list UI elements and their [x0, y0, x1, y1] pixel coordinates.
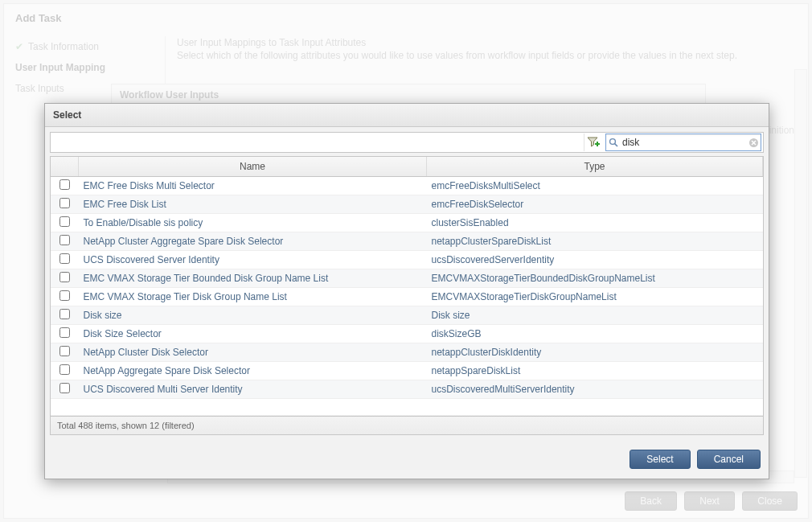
- step-user-input-mapping[interactable]: User Input Mapping: [15, 57, 156, 78]
- row-checkbox-cell: [51, 343, 79, 362]
- table-row[interactable]: EMC Free Disk ListemcFreeDiskSelector: [51, 195, 763, 214]
- step-label: Task Inputs: [15, 83, 64, 94]
- row-name: To Enable/Disable sis policy: [79, 214, 427, 232]
- row-checkbox-cell: [51, 195, 79, 214]
- row-name: EMC VMAX Storage Tier Disk Group Name Li…: [79, 288, 427, 306]
- table-row[interactable]: NetApp Cluster Disk SelectornetappCluste…: [51, 343, 763, 362]
- truncated-text: finition: [766, 125, 794, 136]
- row-type: ucsDiscoveredServerIdentity: [427, 251, 763, 269]
- add-filter-button[interactable]: [584, 134, 602, 151]
- clear-search-button[interactable]: [746, 138, 761, 148]
- row-checkbox-cell: [51, 325, 79, 343]
- table-row[interactable]: NetApp Aggregate Spare Disk Selectorneta…: [51, 362, 763, 380]
- funnel-plus-icon: [587, 136, 600, 149]
- row-type: diskSizeGB: [427, 325, 763, 343]
- row-checkbox-cell: [51, 251, 79, 269]
- table-row[interactable]: EMC VMAX Storage Tier Bounded Disk Group…: [51, 269, 763, 288]
- step-label: Task Information: [28, 41, 99, 52]
- check-icon: ✔: [15, 41, 23, 52]
- row-checkbox[interactable]: [59, 309, 70, 319]
- row-checkbox-cell: [51, 306, 79, 325]
- row-checkbox-cell: [51, 288, 79, 306]
- wizard-title: Add Task: [15, 12, 797, 24]
- search-input[interactable]: [621, 137, 746, 148]
- hint-line-1: User Input Mappings to Task Input Attrib…: [177, 36, 797, 49]
- row-checkbox-cell: [51, 232, 79, 251]
- col-type[interactable]: Type: [427, 157, 763, 177]
- row-name: EMC Free Disks Multi Selector: [79, 177, 427, 195]
- row-checkbox[interactable]: [59, 216, 70, 227]
- results-table: Name Type EMC Free Disks Multi Selectore…: [51, 157, 763, 416]
- row-type: EMCVMAXStorageTierBoundedDiskGroupNameLi…: [427, 269, 763, 288]
- table-row[interactable]: UCS Discovered Server IdentityucsDiscove…: [51, 251, 763, 269]
- filter-toolbar: [50, 132, 764, 153]
- status-bar: Total 488 items, shown 12 (filtered): [50, 417, 764, 435]
- table-row[interactable]: To Enable/Disable sis policyclusterSisEn…: [51, 214, 763, 232]
- search-input-wrap: [605, 134, 761, 151]
- row-name: Disk size: [79, 306, 427, 325]
- next-button[interactable]: Next: [684, 491, 735, 511]
- table-row[interactable]: EMC VMAX Storage Tier Disk Group Name Li…: [51, 288, 763, 306]
- table-row[interactable]: Disk Size SelectordiskSizeGB: [51, 325, 763, 343]
- row-name: UCS Discovered Multi Server Identity: [79, 380, 427, 399]
- row-checkbox-cell: [51, 362, 79, 380]
- row-checkbox-cell: [51, 214, 79, 232]
- row-name: EMC Free Disk List: [79, 195, 427, 214]
- dialog-title: Select: [45, 104, 769, 127]
- row-checkbox[interactable]: [59, 327, 70, 338]
- row-checkbox[interactable]: [59, 198, 70, 208]
- row-checkbox-cell: [51, 269, 79, 288]
- row-name: EMC VMAX Storage Tier Bounded Disk Group…: [79, 269, 427, 288]
- row-checkbox[interactable]: [59, 179, 70, 190]
- table-row[interactable]: NetApp Cluster Aggregate Spare Disk Sele…: [51, 232, 763, 251]
- row-checkbox[interactable]: [59, 290, 70, 301]
- cancel-button[interactable]: Cancel: [697, 450, 761, 469]
- row-type: netappClusterSpareDiskList: [427, 232, 763, 251]
- hint-line-2: Select which of the following attributes…: [177, 49, 797, 62]
- select-button[interactable]: Select: [630, 450, 690, 469]
- row-checkbox[interactable]: [59, 383, 70, 393]
- row-checkbox-cell: [51, 380, 79, 399]
- row-type: Disk size: [427, 306, 763, 325]
- row-checkbox-cell: [51, 177, 79, 195]
- step-label: User Input Mapping: [15, 62, 105, 73]
- close-button[interactable]: Close: [742, 491, 798, 511]
- row-name: NetApp Cluster Disk Selector: [79, 343, 427, 362]
- wizard-footer: Back Next Close: [620, 491, 798, 511]
- results-table-wrap: Name Type EMC Free Disks Multi Selectore…: [50, 156, 764, 417]
- col-name[interactable]: Name: [79, 157, 427, 177]
- row-type: clusterSisEnabled: [427, 214, 763, 232]
- table-row[interactable]: EMC Free Disks Multi SelectoremcFreeDisk…: [51, 177, 763, 195]
- row-type: netappSpareDiskList: [427, 362, 763, 380]
- table-row[interactable]: UCS Discovered Multi Server IdentityucsD…: [51, 380, 763, 399]
- row-type: netappClusterDiskIdentity: [427, 343, 763, 362]
- svg-rect-1: [597, 142, 598, 146]
- svg-line-3: [614, 143, 617, 146]
- row-checkbox[interactable]: [59, 364, 70, 375]
- row-type: emcFreeDiskSelector: [427, 195, 763, 214]
- col-checkbox: [51, 157, 79, 177]
- row-type: emcFreeDisksMultiSelect: [427, 177, 763, 195]
- table-row[interactable]: Disk sizeDisk size: [51, 306, 763, 325]
- search-icon: [606, 138, 621, 148]
- empty-row: [51, 399, 763, 416]
- vertical-scrollbar[interactable]: [794, 69, 807, 478]
- row-checkbox[interactable]: [59, 235, 70, 245]
- row-type: ucsDiscoveredMultiServerIdentity: [427, 380, 763, 399]
- step-task-information[interactable]: ✔Task Information: [15, 36, 156, 57]
- dialog-footer: Select Cancel: [45, 443, 769, 479]
- row-name: Disk Size Selector: [79, 325, 427, 343]
- back-button[interactable]: Back: [625, 491, 677, 511]
- row-checkbox[interactable]: [59, 272, 70, 282]
- row-name: NetApp Cluster Aggregate Spare Disk Sele…: [79, 232, 427, 251]
- inner-panel-title: Workflow User Inputs: [120, 89, 219, 101]
- svg-point-2: [609, 138, 615, 144]
- row-checkbox[interactable]: [59, 346, 70, 356]
- row-type: EMCVMAXStorageTierDiskGroupNameList: [427, 288, 763, 306]
- dialog-body: Name Type EMC Free Disks Multi Selectore…: [45, 132, 769, 435]
- row-name: UCS Discovered Server Identity: [79, 251, 427, 269]
- row-checkbox[interactable]: [59, 253, 70, 264]
- row-name: NetApp Aggregate Spare Disk Selector: [79, 362, 427, 380]
- select-dialog: Select: [44, 103, 769, 479]
